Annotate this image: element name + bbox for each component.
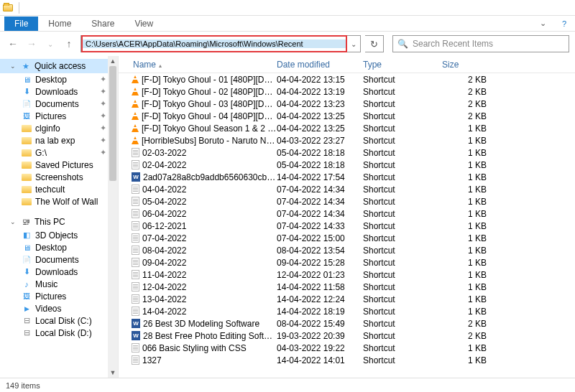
sidebar-item[interactable]: Downloads✦ bbox=[0, 85, 118, 98]
sidebar-item[interactable]: 3D Objects bbox=[0, 229, 118, 241]
home-tab[interactable]: Home bbox=[38, 17, 81, 31]
sidebar-item[interactable]: Saved Pictures bbox=[0, 159, 118, 171]
address-bar[interactable]: ⌄ bbox=[80, 35, 361, 52]
size-column[interactable]: Size bbox=[442, 60, 492, 70]
help-icon[interactable]: ? bbox=[553, 19, 575, 28]
file-row[interactable]: [HorribleSubs] Boruto - Naruto Next Gen.… bbox=[119, 134, 575, 146]
pic-icon bbox=[22, 291, 32, 302]
document-icon bbox=[132, 233, 139, 243]
pin-icon: ✦ bbox=[100, 148, 106, 157]
sidebar-item[interactable]: G:\✦ bbox=[0, 146, 118, 159]
file-row[interactable]: 132714-04-2022 14:01Shortcut1 KB bbox=[119, 354, 575, 366]
address-dropdown-icon[interactable]: ⌄ bbox=[347, 40, 360, 48]
sidebar-item[interactable]: Documents bbox=[0, 253, 118, 266]
file-row[interactable]: 02-04-202205-04-2022 18:18Shortcut1 KB bbox=[119, 159, 575, 171]
sidebar-item[interactable]: Desktop✦ bbox=[0, 73, 118, 85]
sidebar-item[interactable]: Desktop bbox=[0, 241, 118, 253]
sidebar-item[interactable]: Local Disk (C:) bbox=[0, 314, 118, 327]
sidebar-item[interactable]: Local Disk (D:) bbox=[0, 327, 118, 339]
sidebar-item[interactable]: clginfo✦ bbox=[0, 122, 118, 134]
file-row[interactable]: 2ad07a28a8cb9addb6560630cbfc070314-04-20… bbox=[119, 171, 575, 183]
file-row[interactable]: 02-03-202205-04-2022 18:18Shortcut1 KB bbox=[119, 146, 575, 159]
file-name: 07-04-2022 bbox=[142, 233, 186, 243]
name-column[interactable]: Name▴ bbox=[119, 60, 277, 70]
document-icon bbox=[132, 160, 139, 169]
scroll-thumb[interactable] bbox=[109, 66, 116, 181]
sidebar-scrollbar[interactable]: ▲ ▼ bbox=[108, 56, 118, 378]
sidebar-item[interactable]: Screenshots bbox=[0, 171, 118, 183]
sidebar-item[interactable]: Downloads bbox=[0, 266, 118, 278]
navigation-pane: ⌄ Quick access Desktop✦Downloads✦Documen… bbox=[0, 56, 119, 378]
file-row[interactable]: [F-D] Tokyo Ghoul - 02 [480P][Dual-Audi.… bbox=[119, 85, 575, 98]
sidebar-item[interactable]: Music bbox=[0, 278, 118, 290]
sort-icon: ▴ bbox=[159, 62, 162, 69]
file-size: 1 KB bbox=[442, 343, 492, 353]
file-row[interactable]: [F-D] Tokyo Ghoul Season 1 & 2 Complet..… bbox=[119, 122, 575, 134]
refresh-button[interactable]: ↻ bbox=[365, 35, 384, 52]
this-pc-header[interactable]: ⌄ This PC bbox=[0, 215, 118, 229]
sidebar-item[interactable]: The Wolf of Wall bbox=[0, 195, 118, 207]
file-row[interactable]: 11-04-202212-04-2022 01:23Shortcut1 KB bbox=[119, 269, 575, 281]
forward-button[interactable]: → bbox=[24, 37, 39, 51]
file-row[interactable]: 06-12-202107-04-2022 14:33Shortcut1 KB bbox=[119, 220, 575, 232]
file-row[interactable]: 14-04-202214-04-2022 18:19Shortcut1 KB bbox=[119, 305, 575, 317]
file-date: 05-04-2022 18:18 bbox=[277, 160, 363, 170]
file-row[interactable]: 28 Best Free Photo Editing Software for … bbox=[119, 330, 575, 342]
date-column[interactable]: Date modified bbox=[277, 60, 363, 70]
sidebar-item[interactable]: Pictures✦ bbox=[0, 110, 118, 122]
type-column[interactable]: Type bbox=[363, 60, 442, 70]
file-tab[interactable]: File bbox=[4, 17, 38, 31]
scroll-up-icon[interactable]: ▲ bbox=[108, 56, 118, 66]
file-type: Shortcut bbox=[363, 307, 442, 317]
file-type: Shortcut bbox=[363, 294, 442, 304]
music-icon bbox=[22, 279, 32, 289]
file-row[interactable]: 066 Basic Styling with CSS04-03-2022 19:… bbox=[119, 342, 575, 354]
address-input[interactable] bbox=[83, 39, 346, 48]
file-type: Shortcut bbox=[363, 185, 442, 195]
file-type: Shortcut bbox=[363, 343, 442, 353]
file-date: 09-04-2022 15:28 bbox=[277, 258, 363, 268]
folder-icon bbox=[22, 149, 32, 157]
sidebar-item[interactable]: Pictures bbox=[0, 290, 118, 302]
share-tab[interactable]: Share bbox=[81, 17, 124, 31]
file-row[interactable]: [F-D] Tokyo Ghoul - 01 [480P][Dual-Audi.… bbox=[119, 73, 575, 85]
file-name: 02-03-2022 bbox=[142, 148, 186, 158]
file-name: 06-04-2022 bbox=[142, 209, 186, 219]
recent-locations-icon[interactable]: ⌄ bbox=[43, 37, 58, 51]
search-box[interactable]: 🔍 Search Recent Items bbox=[392, 35, 569, 52]
ribbon-expand-icon[interactable]: ⌄ bbox=[532, 19, 553, 28]
sidebar-item[interactable]: Videos bbox=[0, 302, 118, 314]
file-row[interactable]: 09-04-202209-04-2022 15:28Shortcut1 KB bbox=[119, 256, 575, 269]
document-icon bbox=[132, 209, 139, 218]
file-size: 1 KB bbox=[442, 148, 492, 158]
file-row[interactable]: 13-04-202214-04-2022 12:24Shortcut1 KB bbox=[119, 293, 575, 305]
file-row[interactable]: 08-04-202208-04-2022 13:54Shortcut1 KB bbox=[119, 244, 575, 256]
back-button[interactable]: ← bbox=[6, 37, 20, 51]
up-button[interactable]: ↑ bbox=[62, 37, 76, 51]
file-row[interactable]: 26 Best 3D Modeling Software08-04-2022 1… bbox=[119, 317, 575, 330]
pin-icon: ✦ bbox=[100, 87, 106, 96]
file-size: 1 KB bbox=[442, 307, 492, 317]
quick-access-header[interactable]: ⌄ Quick access bbox=[0, 59, 118, 73]
sidebar-item-label: Documents bbox=[35, 255, 79, 265]
file-row[interactable]: 12-04-202214-04-2022 11:58Shortcut1 KB bbox=[119, 281, 575, 293]
file-type: Shortcut bbox=[363, 270, 442, 280]
scroll-down-icon[interactable]: ▼ bbox=[108, 368, 118, 378]
vlc-icon bbox=[132, 124, 139, 132]
sidebar-item[interactable]: na lab exp✦ bbox=[0, 134, 118, 146]
file-date: 04-03-2022 23:27 bbox=[277, 136, 363, 146]
file-row[interactable]: 05-04-202207-04-2022 14:34Shortcut1 KB bbox=[119, 195, 575, 207]
sidebar-item[interactable]: Documents✦ bbox=[0, 98, 118, 110]
sidebar-item[interactable]: techcult bbox=[0, 183, 118, 195]
file-row[interactable]: [F-D] Tokyo Ghoul - 03 [480P][Dual-Audi.… bbox=[119, 98, 575, 110]
file-row[interactable]: [F-D] Tokyo Ghoul - 04 [480P][Dual-Audi.… bbox=[119, 110, 575, 122]
vlc-icon bbox=[132, 136, 139, 144]
file-date: 04-03-2022 19:22 bbox=[277, 343, 363, 353]
sidebar-item-label: Music bbox=[35, 279, 58, 289]
file-row[interactable]: 07-04-202207-04-2022 15:00Shortcut1 KB bbox=[119, 232, 575, 244]
file-row[interactable]: 06-04-202207-04-2022 14:34Shortcut1 KB bbox=[119, 207, 575, 220]
view-tab[interactable]: View bbox=[124, 17, 163, 31]
file-size: 1 KB bbox=[442, 355, 492, 365]
file-row[interactable]: 04-04-202207-04-2022 14:34Shortcut1 KB bbox=[119, 183, 575, 195]
file-date: 14-04-2022 11:58 bbox=[277, 282, 363, 292]
